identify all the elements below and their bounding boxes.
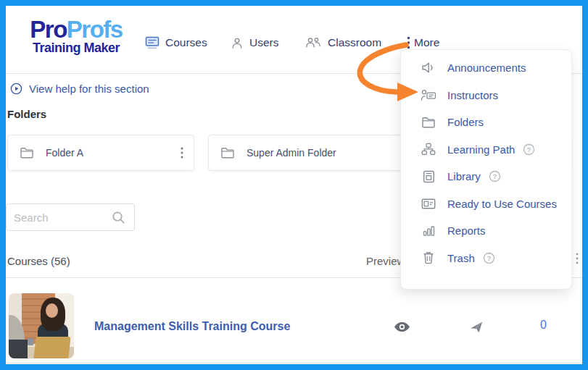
menu-label: Reports [447,224,486,237]
proprofs-logo[interactable]: ProProfs Training Maker [15,17,138,56]
menu-item-learning-path[interactable]: Learning Path ? [401,136,571,164]
course-row: Management Skills Training Course 0 [6,278,582,363]
learning-path-icon [420,143,437,156]
thumb-art [46,303,58,318]
edge-kebab-icon[interactable] [576,253,579,264]
library-icon [420,170,437,183]
menu-item-instructors[interactable]: Instructors [401,82,571,109]
logo-subtitle: Training Maker [15,41,138,56]
svg-text:?: ? [493,172,497,180]
app-window: ProProfs Training Maker Courses [0,0,588,370]
menu-item-trash[interactable]: Trash ? [401,245,571,272]
menu-label: Instructors [447,89,498,101]
folder-kebab-icon[interactable] [181,147,183,159]
menu-label: Library [447,170,481,182]
nav-classroom-label: Classroom [328,36,381,49]
ready-courses-icon [420,198,437,210]
folder-icon [220,147,235,159]
send-plane-icon[interactable] [469,320,484,335]
course-thumbnail[interactable] [9,293,74,358]
logo-pro-text: Pro [30,16,67,43]
nav-more-label: More [414,36,439,49]
classroom-icon [305,36,322,49]
menu-label: Learning Path [447,143,515,156]
trash-icon [420,251,437,264]
courses-count-header: Courses (56) [7,255,70,267]
nav-users-label: Users [249,36,278,49]
search-icon[interactable] [112,211,125,224]
menu-label: Ready to Use Courses [447,198,557,210]
instructors-icon [420,88,437,101]
svg-text:?: ? [487,254,491,262]
reports-icon [420,225,437,237]
logo-wordmark: ProProfs [15,17,138,42]
help-circle-icon[interactable]: ? [489,170,501,182]
menu-item-folders[interactable]: Folders [401,109,571,136]
more-dots-icon [407,36,410,49]
thumb-art [33,337,70,358]
view-help-label: View help for this section [29,83,149,95]
help-circle-icon[interactable]: ? [523,143,535,156]
thumb-art [9,340,28,358]
nav-tab-users[interactable]: Users [231,33,278,52]
menu-label: Trash [447,252,475,264]
more-dropdown-menu: Announcements Instructors [400,49,572,290]
menu-item-ready-to-use-courses[interactable]: Ready to Use Courses [401,190,571,218]
announcements-icon [420,62,437,74]
folders-icon [420,117,437,128]
logo-profs-text: Profs [67,16,123,43]
preview-eye-icon[interactable] [394,321,410,332]
menu-item-reports[interactable]: Reports [401,217,571,245]
play-circle-icon [10,83,22,95]
menu-item-announcements[interactable]: Announcements [401,54,571,82]
menu-item-library[interactable]: Library ? [401,163,571,190]
page: ProProfs Training Maker Courses [6,6,582,364]
nav-courses-label: Courses [165,36,207,49]
folder-icon [20,147,34,159]
course-title-link[interactable]: Management Skills Training Course [94,320,290,333]
search-input[interactable] [7,211,112,224]
view-help-link[interactable]: View help for this section [10,83,149,95]
folders-section-title: Folders [7,108,46,120]
menu-label: Folders [447,116,484,128]
folder-card-folder-a[interactable]: Folder A [7,135,194,171]
menu-label: Announcements [447,62,526,74]
assign-count[interactable]: 0 [540,319,547,332]
folder-name: Folder A [46,147,83,159]
preview-column-header: Preview [366,255,405,267]
folder-name: Super Admin Folder [247,147,336,159]
help-circle-icon[interactable]: ? [483,252,495,264]
nav-tab-courses[interactable]: Courses [145,33,207,52]
courses-icon [145,36,160,49]
users-icon [231,36,244,50]
svg-text:?: ? [527,146,531,154]
thumb-art [28,338,33,345]
nav-tab-classroom[interactable]: Classroom [305,33,381,52]
search-box [6,203,135,231]
